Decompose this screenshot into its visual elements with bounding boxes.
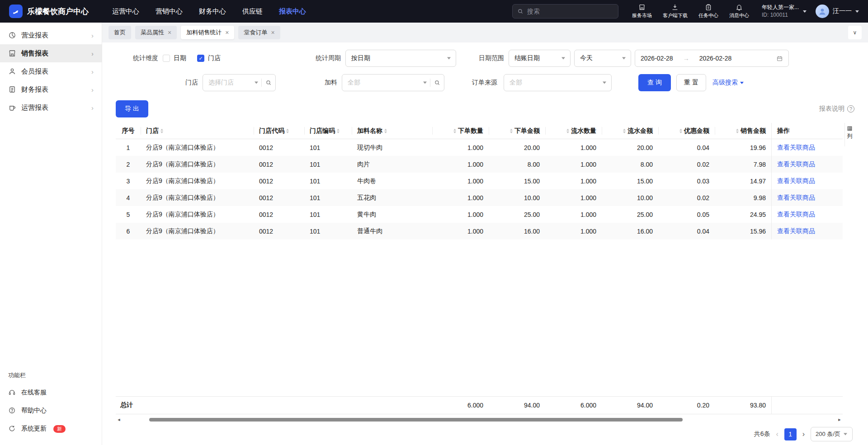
view-related-products-link[interactable]: 查看关联商品: [777, 177, 815, 185]
help-center-button[interactable]: 帮助中心: [0, 402, 102, 420]
topping-select[interactable]: 全部: [342, 74, 444, 91]
dimension-store-checkbox[interactable]: 门店: [197, 54, 221, 62]
brand-title: 乐檬餐饮商户中心: [27, 6, 89, 17]
tab-home[interactable]: 首页: [108, 26, 131, 39]
col-header-store[interactable]: 门店: [141, 123, 254, 139]
view-related-products-link[interactable]: 查看关联商品: [777, 160, 815, 169]
col-header-topping-name[interactable]: 加料名称: [352, 123, 432, 139]
tab-list-dropdown-button[interactable]: ∨: [848, 26, 862, 39]
order-source-label: 订单来源: [472, 79, 497, 87]
view-related-products-link[interactable]: 查看关联商品: [777, 211, 815, 219]
reset-button[interactable]: 重 置: [676, 74, 706, 91]
nav-supply-chain[interactable]: 供应链: [242, 7, 263, 16]
system-update-button[interactable]: 系统更新 新: [0, 420, 102, 438]
sidebar-item-sales-reports[interactable]: 销售报表: [0, 44, 102, 62]
scrollbar-thumb[interactable]: [149, 418, 683, 422]
cell-sales-amount: 9.98: [715, 194, 771, 201]
next-page-button[interactable]: ›: [802, 430, 805, 438]
col-header-flow-amount[interactable]: 流水金额: [602, 123, 658, 139]
sidebar-item-label: 运营报表: [21, 103, 48, 112]
close-icon[interactable]: ×: [271, 29, 274, 36]
search-icon[interactable]: [434, 80, 440, 86]
col-header-order-qty[interactable]: 下单数量: [432, 123, 489, 139]
app-logo-icon: [9, 5, 23, 18]
date-range-label: 日期范围: [479, 54, 504, 62]
period-label: 统计周期: [316, 54, 341, 62]
prev-page-button[interactable]: ‹: [776, 430, 778, 438]
date-range-picker[interactable]: 2026-02-28 → 2026-02-28: [635, 50, 789, 67]
nav-report-center[interactable]: 报表中心: [279, 7, 306, 16]
view-related-products-link[interactable]: 查看关联商品: [777, 144, 815, 152]
sort-icon: [286, 129, 289, 133]
message-center-button[interactable]: 消息中心: [729, 4, 749, 19]
query-button[interactable]: 查 询: [638, 74, 671, 91]
sidebar-item-member-reports[interactable]: 会员报表: [0, 62, 102, 80]
cell-discount-amount: 0.03: [658, 178, 715, 185]
total-flow-qty: 6.000: [545, 402, 602, 409]
current-page-button[interactable]: 1: [784, 428, 797, 440]
merchant-name: 年轻人第一家...: [762, 4, 799, 11]
quick-label: 服务市场: [632, 12, 652, 19]
chevron-down-icon: ∨: [853, 29, 857, 36]
cell-index: 2: [116, 161, 141, 168]
service-market-button[interactable]: 服务市场: [632, 4, 652, 19]
cell-actions: 查看关联商品: [771, 139, 843, 156]
report-help-link[interactable]: 报表说明: [819, 105, 854, 113]
sidebar-item-business-reports[interactable]: 营业报表: [0, 26, 102, 44]
close-icon[interactable]: ×: [225, 29, 229, 36]
user-menu-dropdown[interactable]: 汪一一: [816, 5, 859, 18]
col-header-sales-amount[interactable]: 销售金额: [715, 123, 771, 139]
select-value: 按日期: [351, 54, 370, 62]
table-row: 4 分店9（南京浦口体验店） 0012 101 五花肉 1.000 10.00 …: [116, 189, 843, 206]
view-related-products-link[interactable]: 查看关联商品: [777, 194, 815, 202]
nav-finance[interactable]: 财务中心: [199, 7, 226, 16]
period-select[interactable]: 按日期: [345, 50, 456, 67]
global-search[interactable]: [512, 4, 618, 19]
client-download-button[interactable]: 客户端下载: [663, 4, 688, 19]
select-value: 今天: [580, 54, 593, 62]
cell-store-no: 101: [304, 161, 352, 168]
table-body: 1 分店9（南京浦口体验店） 0012 101 现切牛肉 1.000 20.00…: [116, 139, 854, 239]
global-search-input[interactable]: [527, 8, 613, 15]
tab-dish-attributes[interactable]: 菜品属性 ×: [135, 26, 177, 39]
quick-label: 任务中心: [698, 12, 718, 19]
nav-marketing[interactable]: 营销中心: [156, 7, 183, 16]
dimension-date-checkbox[interactable]: 日期: [163, 54, 186, 62]
chevron-right-icon: [91, 86, 94, 94]
cell-flow-qty: 1.000: [545, 211, 602, 218]
col-header-discount-amount[interactable]: 优惠金额: [658, 123, 715, 139]
col-header-order-amount[interactable]: 下单金额: [489, 123, 545, 139]
user-icon: [8, 67, 16, 75]
scroll-right-button[interactable]: ►: [836, 417, 843, 422]
total-order-qty: 6.000: [432, 402, 489, 409]
tab-dine-in-orders[interactable]: 堂食订单 ×: [238, 26, 280, 39]
page-size-select[interactable]: 200 条/页: [811, 427, 853, 441]
column-settings-button[interactable]: 列: [844, 123, 854, 146]
tab-label: 首页: [114, 28, 126, 37]
tab-topping-sales-stats[interactable]: 加料销售统计 ×: [181, 26, 234, 39]
task-center-button[interactable]: 任务中心: [698, 4, 718, 19]
online-support-button[interactable]: 在线客服: [0, 384, 102, 402]
scroll-left-button[interactable]: ◄: [116, 417, 122, 422]
date-preset-select[interactable]: 今天: [574, 50, 631, 67]
store-select[interactable]: 选择门店: [203, 74, 276, 91]
nav-operations[interactable]: 运营中心: [112, 7, 139, 16]
date-type-select[interactable]: 结账日期: [509, 50, 571, 67]
sidebar-item-finance-reports[interactable]: 财务报表: [0, 80, 102, 98]
export-button[interactable]: 导 出: [116, 100, 148, 117]
side-item-label: 在线客服: [21, 389, 47, 397]
sidebar: 营业报表 销售报表 会员报表 财务报表 运营报表 功能栏 在线客: [0, 23, 102, 445]
merchant-account-dropdown[interactable]: 年轻人第一家... ID: 100011: [762, 4, 807, 19]
chevron-down-icon: [561, 57, 565, 60]
advanced-search-link[interactable]: 高级搜索: [712, 79, 744, 87]
order-source-select[interactable]: 全部: [504, 74, 612, 91]
col-header-flow-qty[interactable]: 流水数量: [545, 123, 602, 139]
scrollbar-track[interactable]: [122, 417, 836, 422]
search-icon[interactable]: [265, 80, 272, 86]
sidebar-item-operations-reports[interactable]: 运营报表: [0, 98, 102, 117]
help-circle-icon: [8, 407, 16, 415]
col-header-store-no[interactable]: 门店编码: [304, 123, 352, 139]
close-icon[interactable]: ×: [168, 29, 171, 36]
col-header-store-code[interactable]: 门店代码: [254, 123, 304, 139]
view-related-products-link[interactable]: 查看关联商品: [777, 227, 815, 235]
